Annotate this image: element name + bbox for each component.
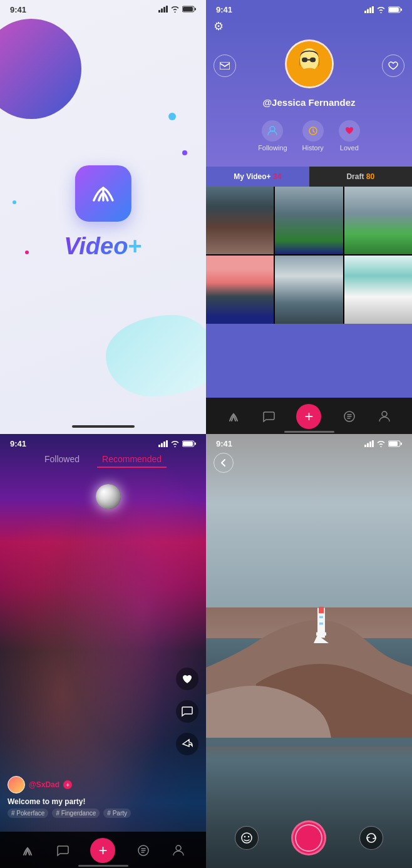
record-button[interactable]	[291, 820, 326, 855]
svg-rect-14	[220, 62, 230, 70]
nav-plus-button[interactable]: +	[296, 404, 321, 429]
app-name-text: Video	[64, 232, 128, 259]
flip-camera-button[interactable]	[359, 826, 383, 850]
svg-rect-27	[163, 442, 165, 447]
home-indicator-feed	[78, 865, 128, 867]
svg-rect-13	[401, 9, 402, 11]
follow-add-button[interactable]: +	[63, 780, 72, 789]
nav-profile-feed[interactable]	[172, 844, 185, 857]
wifi-icon	[170, 5, 180, 14]
status-icons-profile	[364, 6, 402, 13]
screen-splash: 9:41 Video +	[0, 0, 206, 434]
signal-icon	[158, 5, 168, 14]
svg-rect-26	[161, 443, 163, 448]
nav-chat-feed[interactable]	[56, 844, 70, 857]
share-button[interactable]	[176, 733, 198, 755]
svg-rect-3	[166, 6, 168, 13]
email-button[interactable]	[214, 54, 236, 77]
status-icons-feed	[158, 440, 196, 447]
splash-dot-blue	[13, 200, 16, 204]
status-icons	[158, 5, 196, 14]
loved-icon	[339, 120, 360, 142]
stat-history[interactable]: History	[302, 120, 324, 152]
sky-layer	[206, 434, 412, 607]
app-logo-icon[interactable]	[75, 165, 131, 221]
svg-rect-40	[367, 443, 369, 448]
splash-app-name-wrapper: Video +	[64, 232, 142, 259]
disco-ball-decoration	[96, 484, 121, 509]
feed-tag-1[interactable]: # Pokerface	[8, 809, 48, 818]
nav-message[interactable]	[342, 410, 356, 423]
splash-bg-circle-small	[168, 113, 176, 120]
feed-tag-3[interactable]: # Party	[103, 809, 131, 818]
status-bar-profile: 9:41	[206, 0, 412, 17]
svg-rect-18	[309, 58, 315, 62]
tab-recommended[interactable]: Recommended	[97, 452, 167, 468]
camera-controls	[206, 820, 412, 855]
my-videos-count: 34	[273, 172, 281, 181]
nav-plus-button-feed[interactable]: +	[90, 838, 115, 863]
status-bar-splash: 9:41	[0, 0, 206, 17]
draft-count: 80	[366, 172, 374, 181]
svg-rect-30	[183, 442, 193, 446]
plus-icon-feed: +	[98, 843, 107, 858]
following-icon	[262, 120, 283, 142]
feed-tabs: Followed Recommended	[0, 452, 206, 468]
nav-logo-feed[interactable]	[21, 844, 34, 857]
splash-logo-area: Video +	[64, 165, 142, 259]
status-time: 9:41	[216, 439, 232, 448]
bottom-nav-feed: +	[0, 832, 206, 868]
feed-caption: Welcome to my party!	[8, 797, 168, 806]
profile-stats-row: Following History Loved	[214, 115, 404, 157]
feed-tag-2[interactable]: # Fingerdance	[52, 809, 100, 818]
splash-blob	[106, 315, 206, 396]
tab-followed[interactable]: Followed	[39, 452, 85, 468]
svg-rect-2	[163, 7, 165, 13]
profile-tabs: My Video+ 34 Draft 80	[206, 167, 412, 187]
plus-icon: +	[304, 409, 313, 424]
svg-rect-38	[319, 623, 323, 624]
emoji-control-button[interactable]	[235, 826, 259, 850]
svg-rect-45	[401, 443, 402, 445]
svg-rect-1	[161, 9, 163, 13]
screen-profile: 9:41 ⚙	[206, 0, 412, 434]
video-thumb-4[interactable]	[206, 256, 274, 323]
stat-following[interactable]: Following	[258, 120, 287, 152]
nav-logo[interactable]	[227, 410, 240, 423]
nav-profile[interactable]	[378, 410, 391, 423]
settings-icon[interactable]: ⚙	[214, 19, 224, 33]
svg-rect-9	[369, 8, 371, 13]
feed-username[interactable]: @SxDad	[29, 780, 59, 789]
video-thumb-5[interactable]	[275, 256, 342, 323]
svg-rect-37	[319, 616, 323, 617]
nav-chat-bubble[interactable]	[262, 410, 276, 423]
svg-rect-41	[369, 442, 371, 447]
comment-button[interactable]	[176, 700, 198, 723]
rocks-layer	[206, 586, 412, 738]
battery-icon	[182, 5, 196, 14]
profile-header: ⚙	[206, 17, 412, 167]
svg-rect-36	[316, 632, 326, 635]
splash-dot-pink	[25, 251, 29, 254]
video-thumb-1[interactable]	[206, 187, 274, 254]
video-thumb-3[interactable]	[344, 187, 412, 254]
status-time: 9:41	[10, 439, 26, 448]
svg-rect-6	[195, 8, 196, 11]
svg-rect-25	[158, 445, 160, 447]
profile-actions-row	[214, 39, 404, 92]
svg-rect-44	[389, 442, 398, 446]
svg-rect-12	[389, 8, 399, 12]
feed-right-actions	[176, 668, 198, 755]
status-icons-camera	[364, 440, 402, 447]
nav-message-feed[interactable]	[136, 844, 150, 857]
like-button[interactable]	[176, 668, 198, 690]
tab-my-videos[interactable]: My Video+ 34	[206, 167, 309, 187]
tab-draft[interactable]: Draft 80	[309, 167, 413, 187]
video-thumb-2[interactable]	[275, 187, 342, 254]
svg-rect-7	[364, 11, 366, 13]
back-button[interactable]	[214, 453, 234, 473]
love-button[interactable]	[382, 54, 404, 77]
video-thumb-6[interactable]	[344, 256, 412, 323]
loved-label: Loved	[340, 144, 359, 152]
stat-loved[interactable]: Loved	[339, 120, 360, 152]
